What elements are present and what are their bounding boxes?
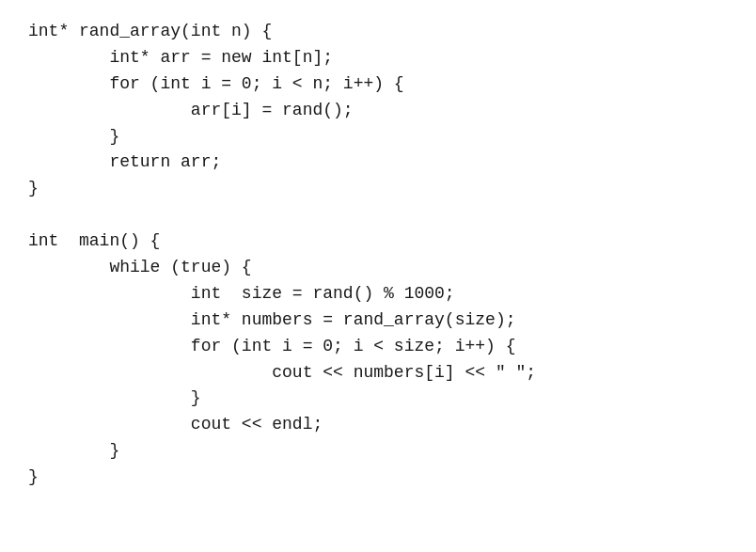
code-block: int* rand_array(int n) { int* arr = new … [0, 0, 756, 552]
